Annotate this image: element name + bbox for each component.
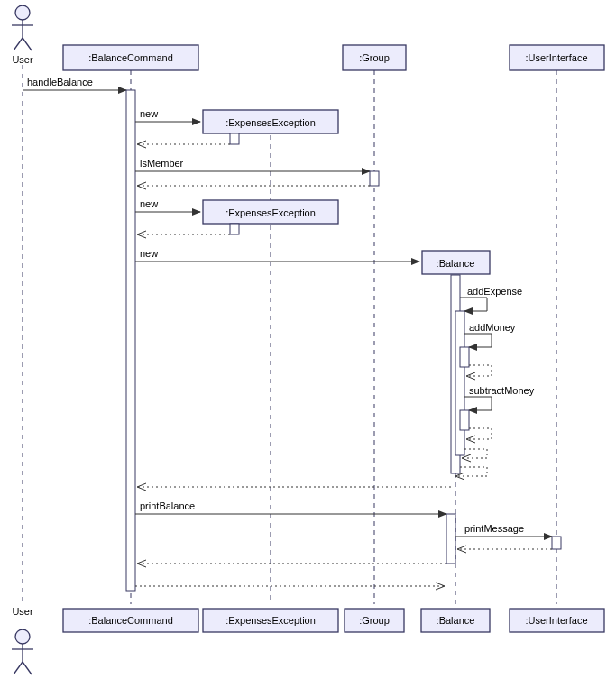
actor-user: User: [12, 5, 33, 65]
return-arrow: [466, 365, 492, 376]
participant-label: :ExpensesException: [225, 207, 316, 218]
svg-line-4: [23, 38, 32, 50]
participant-label: :UserInterface: [525, 52, 587, 63]
activation-userinterface: [552, 537, 561, 549]
activation-balancecommand: [126, 90, 135, 591]
actor-user-bottom: [12, 629, 33, 674]
msg-label: new: [140, 198, 158, 209]
activation-expensesexception: [230, 224, 239, 234]
msg-addmoney: [464, 334, 492, 347]
return-arrow: [462, 449, 487, 458]
msg-label: new: [140, 248, 158, 259]
msg-label: subtractMoney: [469, 385, 535, 396]
activation-group: [370, 171, 379, 186]
footer-label: :UserInterface: [525, 615, 587, 626]
svg-line-8: [14, 662, 23, 674]
svg-point-0: [15, 5, 30, 20]
msg-label: new: [140, 108, 158, 119]
footer-label: :BalanceCommand: [88, 615, 173, 626]
msg-label: isMember: [140, 158, 184, 169]
footer-label: :Balance: [437, 615, 475, 626]
activation-balance-addexpense: [455, 311, 464, 455]
participant-label: :ExpensesException: [225, 117, 316, 128]
actor-label: User: [12, 54, 33, 65]
actor-label-bottom: User: [12, 606, 33, 617]
activation-balance-printbalance: [446, 514, 455, 564]
return-arrow: [466, 428, 492, 439]
msg-addexpense: [460, 298, 487, 311]
participant-label: :Group: [359, 52, 390, 63]
msg-label: handleBalance: [27, 77, 93, 87]
svg-point-5: [15, 629, 30, 644]
footer-label: :Group: [359, 615, 390, 626]
participant-label: :Balance: [437, 258, 475, 269]
activation-balance-addmoney: [460, 347, 469, 367]
activation-balance-subtractmoney: [460, 410, 469, 430]
sequence-diagram: User :BalanceCommand :Group :UserInterfa…: [0, 0, 616, 679]
msg-label: printMessage: [464, 523, 524, 534]
footer-label: :ExpensesException: [225, 615, 316, 626]
msg-label: printBalance: [140, 500, 195, 511]
participant-label: :BalanceCommand: [88, 52, 173, 63]
svg-line-3: [14, 38, 23, 50]
msg-label: addMoney: [469, 322, 516, 333]
msg-label: addExpense: [467, 286, 522, 297]
svg-line-9: [23, 662, 32, 674]
msg-subtractmoney: [464, 397, 492, 410]
activation-expensesexception: [230, 133, 239, 144]
